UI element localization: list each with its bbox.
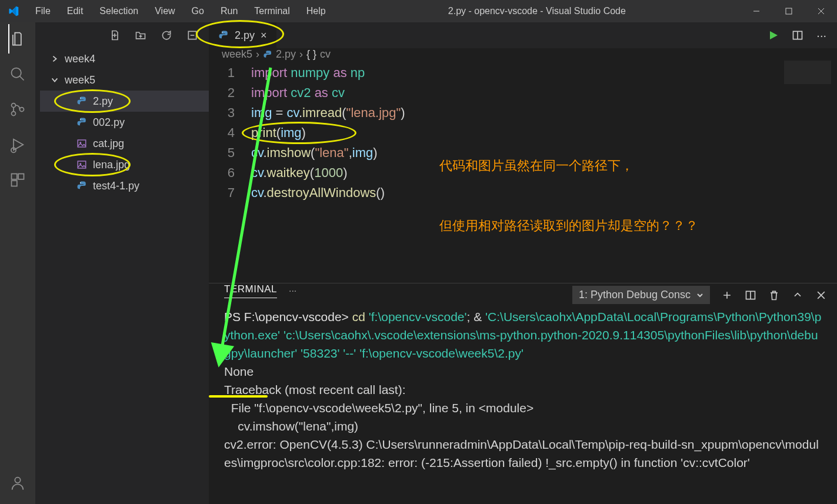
svg-point-17 xyxy=(80,182,81,183)
svg-rect-0 xyxy=(786,8,792,14)
chevron-down-icon xyxy=(696,292,703,299)
file-label: lena.jpg xyxy=(93,159,130,171)
activity-bar xyxy=(0,22,35,504)
panel-tab-terminal[interactable]: TERMINAL xyxy=(224,283,277,298)
menu-view[interactable]: View xyxy=(146,0,183,22)
svg-rect-8 xyxy=(12,181,17,186)
file-label: 002.py xyxy=(93,116,125,129)
activity-debug-icon[interactable] xyxy=(8,135,27,154)
collapse-icon[interactable] xyxy=(186,29,198,41)
file-cat-jpg[interactable]: cat.jpg xyxy=(40,133,209,154)
file-tree: week4 week5 2.py002.pycat.jpglena.jpgtes… xyxy=(35,48,209,504)
more-icon[interactable]: ··· xyxy=(816,29,826,42)
close-button[interactable] xyxy=(805,0,837,22)
python-icon xyxy=(263,50,272,59)
panel-tab-more[interactable]: ··· xyxy=(289,286,296,296)
activity-explorer-icon[interactable] xyxy=(8,29,27,48)
minimize-button[interactable] xyxy=(740,0,772,22)
menu-help[interactable]: Help xyxy=(298,0,334,22)
python-icon xyxy=(218,30,229,41)
menu-run[interactable]: Run xyxy=(212,0,246,22)
file-test4-1-py[interactable]: test4-1.py xyxy=(40,175,209,196)
editor-area: 2.py × ··· week5 › 2.py › { } cv 1234567… xyxy=(209,22,837,504)
file-002-py[interactable]: 002.py xyxy=(40,112,209,133)
title-bar: File Edit Selection View Go Run Terminal… xyxy=(0,0,837,22)
vscode-logo-icon xyxy=(8,6,19,16)
svg-rect-7 xyxy=(18,174,24,179)
python-icon xyxy=(76,96,87,106)
menu-selection[interactable]: Selection xyxy=(91,0,146,22)
minimap[interactable] xyxy=(784,61,831,84)
activity-extensions-icon[interactable] xyxy=(8,171,27,189)
annotation-line2: 但使用相对路径读取到的图片却是空的？？？ xyxy=(439,216,698,236)
menu-terminal[interactable]: Terminal xyxy=(246,0,298,22)
folder-label: week5 xyxy=(65,74,95,86)
activity-account-icon[interactable] xyxy=(8,473,27,492)
svg-point-12 xyxy=(80,119,81,120)
menu-bar: File Edit Selection View Go Run Terminal… xyxy=(27,0,334,22)
activity-scm-icon[interactable] xyxy=(8,100,27,119)
svg-point-1 xyxy=(12,68,21,78)
svg-point-4 xyxy=(20,108,24,112)
folder-week4[interactable]: week4 xyxy=(40,48,209,69)
file-label: 2.py xyxy=(93,95,113,108)
python-icon xyxy=(76,117,87,128)
breadcrumb-file: 2.py xyxy=(276,48,296,61)
window-title: 2.py - opencv-vscode - Visual Studio Cod… xyxy=(334,6,740,16)
svg-point-9 xyxy=(15,478,20,483)
image-icon xyxy=(76,138,87,149)
new-folder-icon[interactable] xyxy=(135,29,146,41)
file-label: test4-1.py xyxy=(93,180,139,192)
tab-label: 2.py xyxy=(235,29,255,42)
svg-point-2 xyxy=(12,104,16,108)
chevron-down-icon xyxy=(51,76,59,84)
svg-point-18 xyxy=(222,32,223,33)
sidebar: week4 week5 2.py002.pycat.jpglena.jpgtes… xyxy=(35,22,209,504)
terminal-output[interactable]: PS F:\opencv-vscode> cd 'f:\opencv-vscod… xyxy=(209,298,837,504)
svg-rect-13 xyxy=(78,140,86,147)
run-button[interactable] xyxy=(768,30,779,41)
python-icon xyxy=(76,181,87,191)
menu-go[interactable]: Go xyxy=(184,0,212,22)
refresh-icon[interactable] xyxy=(161,29,172,41)
breadcrumb[interactable]: week5 › 2.py › { } cv xyxy=(209,48,837,61)
image-icon xyxy=(76,159,87,170)
annotation-line1: 代码和图片虽然在同一个路径下， xyxy=(439,156,698,176)
menu-file[interactable]: File xyxy=(27,0,59,22)
panel: TERMINAL ··· 1: Python Debug Consc PS F:… xyxy=(209,283,837,504)
folder-week5[interactable]: week5 xyxy=(40,69,209,91)
breadcrumb-folder: week5 xyxy=(222,48,252,61)
split-editor-icon[interactable] xyxy=(792,29,803,41)
menu-edit[interactable]: Edit xyxy=(59,0,92,22)
tab-2py[interactable]: 2.py × xyxy=(209,22,276,48)
svg-rect-15 xyxy=(78,161,86,168)
svg-rect-6 xyxy=(12,174,17,179)
file-lena-jpg[interactable]: lena.jpg xyxy=(40,154,209,175)
svg-point-11 xyxy=(80,98,81,99)
chevron-right-icon xyxy=(51,55,59,63)
breadcrumb-symbol: cv xyxy=(320,48,331,61)
new-file-icon[interactable] xyxy=(109,29,121,41)
folder-label: week4 xyxy=(65,53,95,65)
code-editor[interactable]: 1234567 import numpy as npimport cv2 as … xyxy=(209,61,837,283)
file-label: cat.jpg xyxy=(93,138,124,150)
maximize-button[interactable] xyxy=(772,0,805,22)
tab-close-icon[interactable]: × xyxy=(261,29,267,42)
file-2-py[interactable]: 2.py xyxy=(40,91,209,112)
activity-search-icon[interactable] xyxy=(8,65,27,84)
svg-point-3 xyxy=(12,112,16,116)
